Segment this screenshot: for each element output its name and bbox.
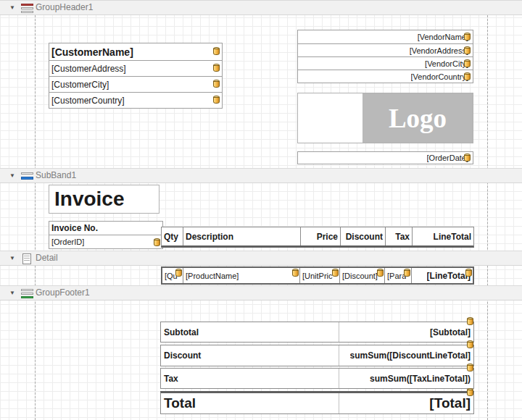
vendor-name-field[interactable]: [VendorName] bbox=[297, 30, 473, 44]
total-value-field[interactable]: [Total] bbox=[339, 393, 473, 413]
data-field-icon bbox=[467, 388, 473, 396]
header-cell-price[interactable]: Price bbox=[301, 227, 341, 245]
header-cell-discount[interactable]: Discount bbox=[341, 227, 386, 245]
data-field-icon bbox=[213, 47, 220, 55]
report-designer: ▼ GroupHeader1 ▼ SubBand1 ▼ Detail ▼ Gro… bbox=[0, 0, 522, 420]
invoice-title-label[interactable]: Invoice bbox=[49, 185, 160, 214]
band-label: Detail bbox=[36, 253, 58, 263]
discount-value-field[interactable]: sumSum([DiscountLineTotal] bbox=[339, 345, 473, 366]
data-field-icon bbox=[213, 64, 220, 72]
data-field-icon bbox=[292, 269, 299, 277]
data-field-icon bbox=[404, 269, 410, 277]
customer-address-field[interactable]: [CustomerAddress] bbox=[49, 60, 223, 77]
data-field-icon bbox=[332, 269, 339, 277]
collapse-caret-icon[interactable]: ▼ bbox=[9, 289, 15, 298]
data-field-icon bbox=[464, 72, 471, 80]
data-field-icon bbox=[175, 269, 182, 277]
detail-table-row: [Qu [ProductName] [UnitPric [Discount] [… bbox=[161, 266, 474, 285]
detail-cell-product-name[interactable]: [ProductName] bbox=[183, 268, 300, 283]
vendor-city-field[interactable]: [VendorCity] bbox=[297, 56, 473, 70]
header-cell-linetotal[interactable]: LineTotal bbox=[413, 227, 473, 245]
order-id-field[interactable]: [OrderID] bbox=[49, 235, 163, 249]
invoice-table-header: Qty Description Price Discount Tax LineT… bbox=[161, 227, 474, 248]
band-label: GroupHeader1 bbox=[36, 2, 93, 12]
invoice-no-block: Invoice No. [OrderID] bbox=[49, 222, 163, 249]
detail-cell-unit-price[interactable]: [UnitPric bbox=[300, 268, 340, 283]
collapse-caret-icon[interactable]: ▼ bbox=[9, 4, 15, 12]
detail-cell-quantity[interactable]: [Qu bbox=[162, 268, 183, 283]
band-label: GroupFooter1 bbox=[36, 287, 90, 298]
invoice-no-label[interactable]: Invoice No. bbox=[49, 221, 163, 235]
header-cell-tax[interactable]: Tax bbox=[386, 227, 413, 245]
header-cell-description[interactable]: Description bbox=[183, 227, 301, 245]
tax-value-field[interactable]: sumSum([TaxLineTotal]) bbox=[339, 369, 473, 388]
vendor-address-block: [VendorName] [VendorAddress] [VendorCity… bbox=[297, 30, 473, 83]
band-bar-group-header[interactable]: ▼ GroupHeader1 bbox=[0, 0, 522, 15]
data-field-icon bbox=[464, 46, 471, 54]
group-header-band-icon bbox=[21, 4, 33, 13]
detail-band-icon bbox=[22, 253, 31, 264]
data-field-icon bbox=[154, 238, 160, 246]
detail-cell-tax-param[interactable]: [Para bbox=[385, 268, 412, 283]
data-field-icon bbox=[467, 340, 473, 348]
tax-row: Tax sumSum([TaxLineTotal]) bbox=[160, 368, 474, 389]
customer-city-field[interactable]: [CustomerCity] bbox=[49, 76, 223, 93]
tax-label[interactable]: Tax bbox=[161, 369, 339, 388]
band-bar-sub-band[interactable]: ▼ SubBand1 bbox=[0, 168, 522, 183]
vendor-country-field[interactable]: [VendorCountry] bbox=[297, 70, 473, 83]
data-field-icon bbox=[213, 96, 220, 104]
data-field-icon bbox=[213, 80, 220, 88]
margin-line-left bbox=[35, 15, 36, 420]
customer-address-block: [CustomerName] [CustomerAddress] [Custom… bbox=[49, 43, 223, 109]
order-date-field[interactable]: [OrderDate] bbox=[297, 151, 473, 164]
band-bar-group-footer[interactable]: ▼ GroupFooter1 bbox=[0, 285, 522, 301]
discount-label[interactable]: Discount bbox=[161, 345, 339, 366]
subtotal-value-field[interactable]: [Subtotal] bbox=[339, 322, 473, 342]
subtotal-row: Subtotal [Subtotal] bbox=[160, 322, 474, 343]
customer-country-field[interactable]: [CustomerCountry] bbox=[49, 92, 223, 109]
band-bar-detail[interactable]: ▼ Detail bbox=[0, 251, 522, 266]
total-row: Total [Total] bbox=[160, 391, 474, 414]
collapse-caret-icon[interactable]: ▼ bbox=[9, 254, 15, 263]
collapse-caret-icon[interactable]: ▼ bbox=[9, 172, 15, 180]
detail-cell-discount[interactable]: [Discount] bbox=[340, 268, 385, 283]
group-footer-band-icon bbox=[21, 289, 33, 298]
discount-row: Discount sumSum([DiscountLineTotal] bbox=[160, 345, 474, 366]
logo-text: Logo bbox=[389, 103, 447, 134]
logo-image[interactable]: Logo bbox=[362, 93, 473, 143]
subtotal-label[interactable]: Subtotal bbox=[161, 322, 339, 342]
total-label[interactable]: Total bbox=[161, 393, 339, 413]
data-field-icon bbox=[377, 269, 384, 277]
sub-band-icon bbox=[21, 172, 33, 181]
vendor-address-field[interactable]: [VendorAddress] bbox=[297, 43, 473, 57]
data-field-icon bbox=[467, 364, 473, 371]
data-field-icon bbox=[465, 269, 472, 277]
data-field-icon bbox=[464, 59, 471, 67]
detail-cell-linetotal[interactable]: [LineTotal] bbox=[412, 268, 473, 283]
band-label: SubBand1 bbox=[36, 170, 76, 180]
header-cell-qty[interactable]: Qty bbox=[162, 227, 183, 245]
customer-name-field[interactable]: [CustomerName] bbox=[49, 43, 223, 61]
data-field-icon bbox=[464, 154, 471, 161]
margin-line-right bbox=[487, 15, 488, 420]
data-field-icon bbox=[464, 33, 471, 41]
data-field-icon bbox=[467, 317, 473, 325]
